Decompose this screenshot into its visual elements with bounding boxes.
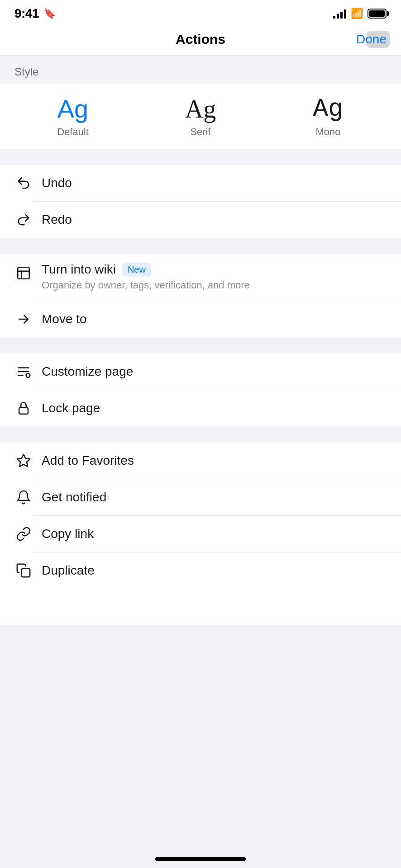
status-time: 9:41 <box>14 6 39 21</box>
style-option-serif[interactable]: Ag Serif <box>137 96 264 138</box>
duplicate-icon <box>14 561 33 580</box>
style-label-mono: Mono <box>315 126 340 138</box>
move-icon <box>14 310 33 328</box>
page-title: Actions <box>176 32 225 47</box>
bookmark-icon: 🔖 <box>43 8 56 19</box>
wiki-subtitle: Organize by owner, tags, verification, a… <box>42 278 387 292</box>
wiki-icon <box>14 264 33 282</box>
status-bar: 9:41 🔖 📶 <box>0 0 401 24</box>
section-divider-4 <box>0 426 401 443</box>
copy-link-label: Copy link <box>42 527 94 541</box>
style-ag-default: Ag <box>57 96 89 122</box>
lock-icon <box>14 399 33 417</box>
style-label-serif: Serif <box>190 126 210 138</box>
customize-icon <box>14 363 33 381</box>
home-indicator <box>155 857 246 861</box>
menu-item-undo[interactable]: Undo <box>0 165 401 201</box>
style-label-default: Default <box>57 126 89 138</box>
menu-item-turn-into-wiki[interactable]: Turn into wiki New Organize by owner, ta… <box>0 254 401 301</box>
style-ag-mono: Ag <box>313 96 343 122</box>
wiki-content: Turn into wiki New Organize by owner, ta… <box>42 262 387 292</box>
menu-item-redo[interactable]: Redo <box>0 202 401 238</box>
bell-icon <box>14 488 33 506</box>
wifi-icon: 📶 <box>351 8 363 19</box>
menu-item-add-to-favorites[interactable]: Add to Favorites <box>0 443 401 479</box>
customize-label: Customize page <box>42 364 133 379</box>
menu-item-customize-page[interactable]: Customize page <box>0 354 401 390</box>
menu-item-copy-link[interactable]: Copy link <box>0 516 401 552</box>
battery-icon <box>368 9 387 19</box>
misc-section: Add to Favorites Get notified › Copy lin… <box>0 443 401 589</box>
page-settings-section: Customize page Lock page <box>0 354 401 426</box>
menu-item-get-notified[interactable]: Get notified › <box>0 479 401 515</box>
redo-icon <box>14 211 33 229</box>
style-option-mono[interactable]: Ag Mono <box>264 96 392 138</box>
star-icon <box>14 452 33 470</box>
style-picker: Ag Default Ag Serif Ag Mono <box>0 84 401 149</box>
style-section-label: Style <box>0 56 401 84</box>
move-label: Move to <box>42 312 87 326</box>
section-divider-2 <box>0 238 401 254</box>
menu-item-lock-page[interactable]: Lock page <box>0 390 401 426</box>
section-divider-3 <box>0 337 401 354</box>
undo-icon <box>14 174 33 192</box>
style-option-default[interactable]: Ag Default <box>9 96 137 138</box>
section-divider-1 <box>0 149 401 165</box>
wiki-move-section: Turn into wiki New Organize by owner, ta… <box>0 254 401 337</box>
style-ag-serif: Ag <box>185 96 216 122</box>
svg-rect-4 <box>22 569 30 577</box>
style-section: Style Ag Default Ag Serif Ag Mono <box>0 56 401 149</box>
status-icons: 📶 <box>333 8 387 19</box>
menu-item-move-to[interactable]: Move to <box>0 301 401 337</box>
menu-item-duplicate[interactable]: Duplicate <box>0 552 401 589</box>
wiki-label: Turn into wiki <box>42 262 116 277</box>
redo-label: Redo <box>42 212 72 227</box>
undo-label: Undo <box>42 176 72 190</box>
notified-right: › <box>106 491 110 504</box>
actions-header: Actions Done <box>0 24 401 56</box>
lock-label: Lock page <box>42 401 100 415</box>
svg-marker-3 <box>17 454 30 467</box>
notified-label: Get notified <box>42 490 106 505</box>
svg-point-1 <box>26 373 30 377</box>
new-badge: New <box>122 263 151 277</box>
signal-icon <box>333 9 346 19</box>
svg-rect-2 <box>19 407 28 414</box>
favorites-label: Add to Favorites <box>42 453 134 468</box>
undo-redo-section: Undo Redo <box>0 165 401 238</box>
chevron-right-icon: › <box>106 491 110 504</box>
svg-rect-0 <box>18 267 29 279</box>
link-icon <box>14 525 33 543</box>
duplicate-label: Duplicate <box>42 563 95 578</box>
done-button[interactable]: Done <box>356 32 387 47</box>
